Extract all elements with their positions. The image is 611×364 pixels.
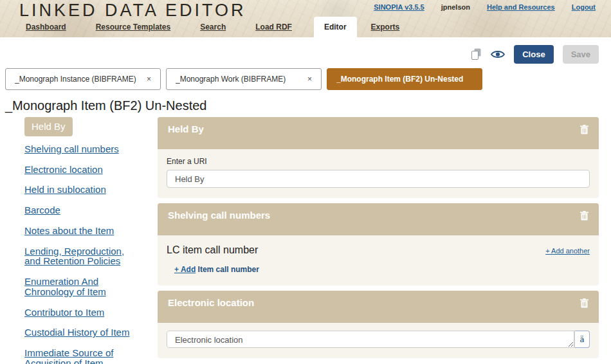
resource-tab-label: _Monograph Instance (BIBFRAME)	[15, 75, 144, 84]
header-links: SINOPIA v3.5.5 jpnelson Help and Resourc…	[374, 3, 596, 11]
panel-electronic-location-header: Electronic location	[158, 291, 599, 323]
literal-input-row: ä	[167, 331, 590, 348]
editor-body: Held By Shelving call numbers Electronic…	[0, 117, 611, 364]
panel-held-by-body: Enter a URI	[158, 149, 599, 198]
trash-icon[interactable]	[579, 210, 590, 224]
close-button[interactable]: Close	[514, 45, 553, 64]
electronic-location-input[interactable]	[167, 331, 574, 348]
add-item-call-number-link[interactable]: + Add Item call number	[174, 265, 590, 274]
nav-resource-templates[interactable]: Resource Templates	[88, 17, 179, 37]
panel-title: Held By	[168, 123, 204, 134]
resource-tab-label: _Monograph Item (BF2) Un-Nested	[336, 75, 475, 84]
nav-exports[interactable]: Exports	[363, 17, 408, 37]
nav-load-rdf[interactable]: Load RDF	[248, 17, 300, 37]
resource-tab-label: _Monograph Work (BIBFRAME)	[176, 75, 305, 84]
nav-dashboard[interactable]: Dashboard	[18, 17, 74, 37]
nav-search[interactable]: Search	[192, 17, 233, 37]
nav-editor[interactable]: Editor	[314, 17, 357, 37]
save-button[interactable]: Save	[563, 45, 599, 64]
add-prefix: + Add	[174, 265, 196, 274]
resource-tab-monograph-item[interactable]: _Monograph Item (BF2) Un-Nested	[327, 68, 482, 90]
resource-tab-monograph-work[interactable]: _Monograph Work (BIBFRAME) ×	[166, 68, 322, 90]
trash-icon[interactable]	[579, 123, 590, 138]
sidebar-item-enumeration-chronology[interactable]: Enumeration And Chronology of Item	[24, 277, 139, 297]
resource-tabs: _Monograph Instance (BIBFRAME) × _Monogr…	[0, 68, 611, 90]
logout-link[interactable]: Logout	[572, 3, 596, 11]
sidebar-item-notes-about-the-item[interactable]: Notes about the Item	[24, 226, 139, 236]
resource-tab-monograph-instance[interactable]: _Monograph Instance (BIBFRAME) ×	[5, 68, 161, 90]
add-another-link[interactable]: + Add another	[545, 247, 590, 255]
panel-shelving-call-numbers: Shelving call numbers LC item call numbe…	[158, 203, 599, 286]
panel-title: Shelving call numbers	[168, 210, 270, 221]
sidebar-item-lending-reproduction-retention[interactable]: Lending, Reproduction, and Retention Pol…	[24, 246, 139, 267]
panel-shelving-header: Shelving call numbers	[158, 203, 599, 235]
page-title: _Monograph Item (BF2) Un-Nested	[5, 98, 611, 113]
property-row: LC item call number + Add another	[167, 244, 590, 256]
panel-shelving-body: LC item call number + Add another + Add …	[158, 235, 599, 286]
panel-electronic-location-body: ä	[158, 323, 599, 358]
held-by-uri-input[interactable]	[167, 170, 590, 188]
close-icon[interactable]: ×	[305, 73, 315, 85]
sidebar-item-held-in-sublocation[interactable]: Held in sublocation	[24, 185, 139, 195]
main-nav: Dashboard Resource Templates Search Load…	[18, 17, 421, 37]
sidebar-item-contributor-to-item[interactable]: Contributor to Item	[24, 307, 139, 318]
sidebar-item-barcode[interactable]: Barcode	[24, 205, 139, 215]
property-panels: Held By Enter a URI	[158, 117, 611, 363]
sidebar-item-custodial-history[interactable]: Custodial History of Item	[24, 327, 139, 338]
eye-icon[interactable]	[491, 50, 505, 59]
site-header: LINKED DATA EDITOR SINOPIA v3.5.5 jpnels…	[0, 0, 611, 37]
sidebar-item-shelving-call-numbers[interactable]: Shelving call numbers	[24, 144, 139, 154]
version-link[interactable]: SINOPIA v3.5.5	[374, 3, 424, 11]
sidebar-item-immediate-source-acquisition[interactable]: Immediate Source of Acquisition of Item	[24, 348, 139, 364]
panel-held-by: Held By Enter a URI	[158, 117, 599, 198]
add-target: Item call number	[198, 265, 259, 274]
property-label: LC item call number	[167, 244, 258, 256]
copy-icon[interactable]	[471, 48, 482, 60]
uri-field-label: Enter a URI	[167, 157, 590, 166]
panel-held-by-header: Held By	[158, 117, 599, 149]
panel-electronic-location: Electronic location ä	[158, 291, 599, 358]
help-link[interactable]: Help and Resources	[487, 3, 555, 11]
panel-title: Electronic location	[168, 297, 254, 308]
editor-toolbar: Close Save	[0, 37, 611, 68]
property-nav: Held By Shelving call numbers Electronic…	[0, 117, 158, 364]
sidebar-item-electronic-location[interactable]: Electronic location	[24, 165, 139, 175]
username: jpnelson	[441, 3, 470, 11]
trash-icon[interactable]	[579, 297, 590, 311]
sidebar-item-held-by[interactable]: Held By	[24, 117, 73, 136]
language-button[interactable]: ä	[574, 331, 590, 348]
close-icon[interactable]: ×	[144, 73, 154, 85]
